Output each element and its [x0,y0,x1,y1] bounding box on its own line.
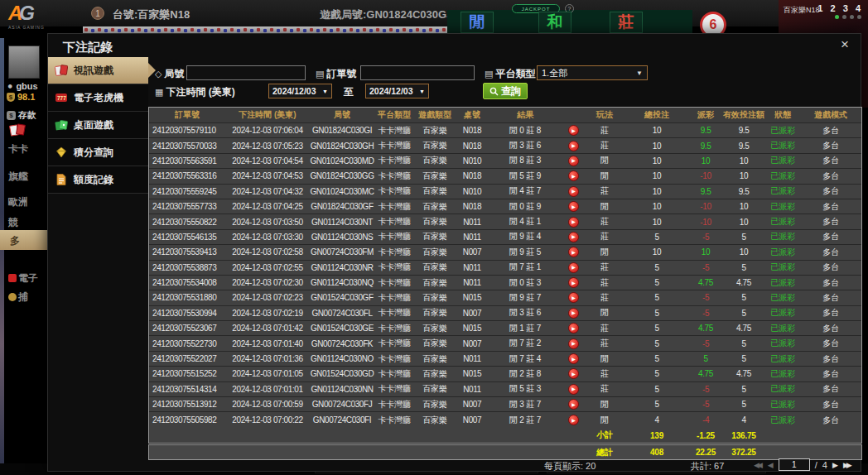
cell-table-no: N007 [456,306,489,320]
banker-bet-tile[interactable]: 莊 [610,12,643,33]
first-page-icon[interactable]: ◀◀ [754,461,760,469]
cell-result: 閒 2 莊 7 [489,412,562,427]
lobby-item-flagship[interactable]: 旗艦 [8,170,28,184]
page-input[interactable] [779,458,810,471]
cell-valid-bet: 9.5 [722,185,765,199]
replay-button[interactable]: ▶ [568,217,579,228]
replay-button[interactable]: ▶ [568,338,579,349]
cell-total-bet: 10 [624,185,689,199]
cell-table-no: N007 [456,397,489,411]
cell-result: 閒 0 莊 9 [489,199,562,214]
cell-table-no: N015 [456,321,489,335]
cell-total-bet: 5 [624,261,689,275]
replay-button[interactable]: ▶ [568,201,579,212]
date-from-picker[interactable]: 2024/12/03 ▼ [268,84,332,98]
player-bet-tile[interactable]: 閒 [461,12,494,33]
cell-game-type: 百家樂 [414,214,456,228]
camera-dots [835,15,861,19]
close-icon[interactable]: × [841,37,849,51]
cell-replay: ▶ [562,412,585,427]
search-button[interactable]: 查詢 [483,83,528,99]
cell-order-no: 241203075522027 [149,352,225,366]
prev-page-icon[interactable]: ◀ [768,461,774,469]
replay-button[interactable]: ▶ [568,232,579,242]
cell-bet-time: 2024-12-03 07:01:42 [225,321,310,335]
cell-payout: 9.5 [689,123,722,137]
cell-total-bet: 5 [624,352,689,366]
game-no-input[interactable] [186,65,306,80]
cell-game-no: GN01124C030NO [310,352,374,366]
cell-game-mode: 多台 [800,261,861,275]
cell-game-type: 百家樂 [414,290,456,305]
replay-button[interactable]: ▶ [568,368,579,379]
cell-valid-bet: 5 [722,306,765,320]
tie-bet-tile[interactable]: 和 [538,12,571,33]
cell-platform: 卡卡灣廳 [374,245,414,259]
last-page-icon[interactable]: ▶▶ [843,461,850,469]
replay-button[interactable]: ▶ [568,277,579,288]
money-bag-icon: $ [7,93,15,102]
lobby-item-jingmi[interactable]: 競 [8,216,18,230]
camera-numbers[interactable]: 1 2 3 4 [817,3,863,13]
cell-replay: ▶ [562,382,585,396]
replay-button[interactable]: ▶ [568,156,579,166]
table-row: 241203075557733 2024-12-03 07:04:25 GN01… [149,199,861,214]
cell-replay: ▶ [562,230,585,244]
cell-game-mode: 多台 [800,290,861,305]
search-icon [489,87,499,96]
order-no-input[interactable] [360,65,475,80]
cell-game-no: GN01124C030NQ [310,276,374,290]
cell-status: 已派彩 [765,123,800,137]
lobby-item-kaka[interactable]: 卡卡 [8,142,28,156]
table-row: 241203075522027 2024-12-03 07:01:36 GN01… [149,352,861,367]
replay-button[interactable]: ▶ [568,415,579,425]
menu-item-slots[interactable]: 777 電子老虎機 [48,84,148,112]
cell-play-type: 閒 [585,199,624,214]
lobby-item-multi-active[interactable]: 多 [0,230,47,250]
menu-item-credit-records[interactable]: 額度記錄 [48,166,148,194]
col-header: 訂單號 [149,108,225,122]
menu-item-points-query[interactable]: 積分查詢 [48,139,148,166]
replay-button[interactable]: ▶ [568,247,579,257]
cell-table-no: N011 [456,230,489,244]
cell-game-mode: 多台 [800,352,861,366]
cell-game-no: GN00724C030FL [310,306,374,320]
cell-platform: 卡卡灣廳 [374,412,414,427]
replay-button[interactable]: ▶ [568,141,579,151]
date-to-picker[interactable]: 2024/12/03 ▼ [365,84,429,98]
lobby-item-europe[interactable]: 歐洲 [8,195,28,209]
cell-game-no: GN01824C030GI [310,123,374,137]
dialog-title: 下注記錄 [63,40,113,55]
cell-game-no: GN01024C030MC [310,185,374,199]
next-page-icon[interactable]: ▶ [832,461,838,469]
table-row: 241203075513912 2024-12-03 07:00:59 GN00… [149,397,861,412]
grand-total-row: 總計 408 22.25 372.25 [149,445,861,459]
replay-button[interactable]: ▶ [568,353,579,364]
replay-button[interactable]: ▶ [568,125,579,136]
menu-item-table-games[interactable]: 桌面遊戲 [48,112,148,139]
replay-button[interactable]: ▶ [568,292,579,303]
replay-button[interactable]: ▶ [568,308,579,319]
deposit-button[interactable]: $存款 [7,109,36,122]
cell-result: 閒 3 莊 6 [489,138,562,152]
cell-payout: 10 [689,154,722,168]
cell-table-no: N011 [456,214,489,228]
cell-bet-time: 2024-12-03 07:04:32 [225,185,310,199]
platform-type-select[interactable]: 1.全部 ▼ [537,65,648,80]
clipboard-icon: ▤ [316,69,324,79]
replay-button[interactable]: ▶ [568,186,579,197]
cell-game-mode: 多台 [800,382,861,396]
replay-button[interactable]: ▶ [568,384,579,395]
replay-button[interactable]: ▶ [568,399,579,410]
replay-button[interactable]: ▶ [568,262,579,273]
cell-result: 閒 5 莊 3 [489,382,562,396]
menu-item-video-games[interactable]: 視訊遊戲 [48,57,148,84]
lobby-item-slots[interactable]: 電子 [8,271,38,285]
replay-button[interactable]: ▶ [568,170,579,181]
col-header [562,108,585,122]
cell-status: 已派彩 [765,154,800,168]
col-header: 有效投注額 [722,108,765,122]
replay-button[interactable]: ▶ [568,323,579,333]
lobby-item-fishing[interactable]: 捕 [8,290,28,305]
cell-payout: -5 [689,290,722,305]
